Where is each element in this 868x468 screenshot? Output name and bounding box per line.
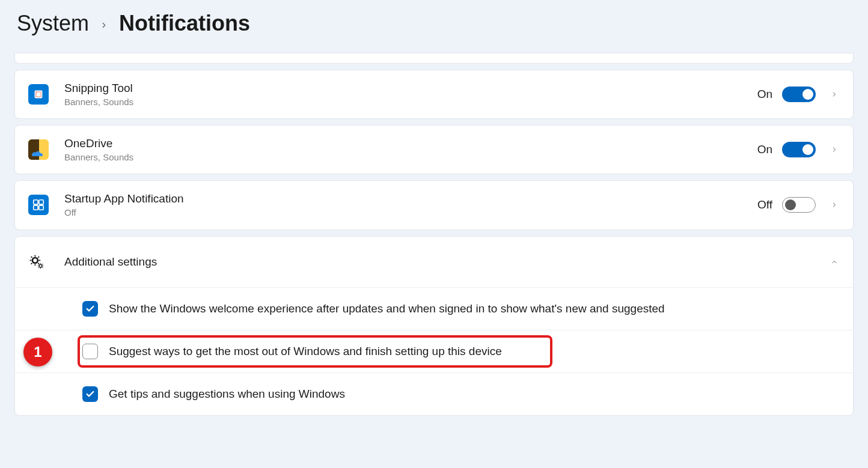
svg-rect-3 bbox=[28, 139, 39, 160]
svg-rect-18 bbox=[38, 266, 38, 266]
toggle-status: On bbox=[757, 88, 772, 101]
breadcrumb-parent[interactable]: System bbox=[17, 11, 89, 36]
svg-rect-6 bbox=[34, 205, 38, 210]
app-name: Snipping Tool bbox=[64, 81, 757, 96]
additional-settings-section: Additional settings Show the Windows wel… bbox=[14, 236, 854, 416]
option-suggest-setup[interactable]: Suggest ways to get the most out of Wind… bbox=[15, 330, 853, 373]
toggle-switch[interactable] bbox=[782, 142, 816, 157]
onedrive-icon bbox=[28, 139, 49, 160]
gears-icon bbox=[28, 254, 49, 270]
snipping-tool-icon bbox=[28, 84, 49, 105]
option-label: Get tips and suggestions when using Wind… bbox=[109, 387, 345, 401]
card-stub bbox=[14, 53, 854, 64]
svg-rect-23 bbox=[38, 267, 39, 268]
svg-rect-19 bbox=[43, 266, 43, 266]
chevron-up-icon[interactable] bbox=[829, 258, 840, 266]
app-sub: Off bbox=[64, 207, 757, 219]
svg-rect-11 bbox=[39, 260, 41, 261]
chevron-right-icon[interactable] bbox=[829, 199, 840, 210]
additional-settings-header[interactable]: Additional settings bbox=[15, 237, 853, 288]
svg-rect-14 bbox=[38, 256, 40, 258]
app-row-snipping-tool[interactable]: Snipping Tool Banners, Sounds On bbox=[14, 70, 854, 119]
checkbox[interactable] bbox=[82, 301, 98, 317]
annotation-badge: 1 bbox=[23, 338, 52, 366]
app-name: Startup App Notification bbox=[64, 192, 757, 207]
svg-rect-7 bbox=[39, 205, 43, 210]
chevron-right-icon[interactable] bbox=[829, 89, 840, 100]
toggle-switch[interactable] bbox=[782, 197, 816, 213]
app-sub: Banners, Sounds bbox=[64, 151, 757, 163]
option-label: Show the Windows welcome experience afte… bbox=[109, 302, 665, 315]
chevron-right-icon[interactable] bbox=[829, 144, 840, 155]
toggle-status: On bbox=[757, 143, 772, 156]
chevron-right-icon bbox=[100, 17, 108, 33]
breadcrumb: System Notifications bbox=[0, 0, 868, 53]
startup-app-icon bbox=[28, 195, 49, 215]
svg-rect-4 bbox=[34, 200, 38, 204]
svg-rect-17 bbox=[40, 267, 41, 268]
toggle-status: Off bbox=[757, 198, 772, 211]
svg-rect-22 bbox=[42, 263, 43, 264]
toggle-switch[interactable] bbox=[782, 87, 816, 102]
option-welcome-experience[interactable]: Show the Windows welcome experience afte… bbox=[15, 288, 853, 330]
section-title: Additional settings bbox=[64, 255, 829, 269]
option-tips-suggestions[interactable]: Get tips and suggestions when using Wind… bbox=[15, 373, 853, 415]
app-row-startup-notification[interactable]: Startup App Notification Off Off bbox=[14, 180, 854, 229]
breadcrumb-current: Notifications bbox=[119, 11, 250, 36]
app-sub: Banners, Sounds bbox=[64, 96, 757, 108]
svg-rect-10 bbox=[30, 260, 32, 261]
svg-rect-5 bbox=[39, 200, 43, 204]
svg-rect-15 bbox=[31, 263, 32, 264]
svg-rect-12 bbox=[31, 256, 32, 258]
svg-rect-21 bbox=[42, 267, 43, 268]
svg-rect-16 bbox=[40, 263, 41, 263]
checkbox[interactable] bbox=[82, 344, 98, 359]
option-label: Suggest ways to get the most out of Wind… bbox=[109, 345, 502, 358]
app-row-onedrive[interactable]: OneDrive Banners, Sounds On bbox=[14, 125, 854, 174]
app-name: OneDrive bbox=[64, 136, 757, 151]
svg-rect-8 bbox=[35, 255, 36, 257]
checkbox[interactable] bbox=[82, 386, 98, 402]
svg-rect-9 bbox=[35, 264, 36, 266]
